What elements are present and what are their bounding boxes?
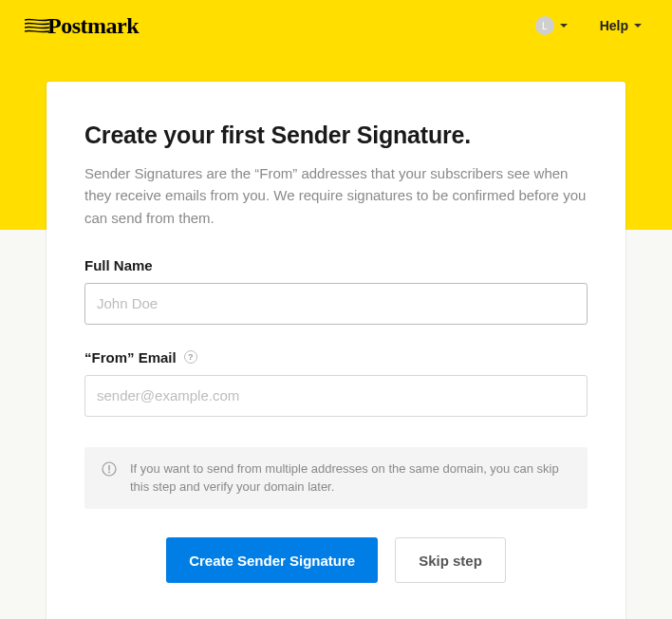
from-email-input[interactable] [84, 375, 588, 417]
full-name-input[interactable] [84, 283, 588, 325]
full-name-label-text: Full Name [84, 257, 153, 273]
from-email-label-text: “From” Email [84, 349, 177, 366]
page-title: Create your first Sender Signature. [84, 122, 588, 149]
avatar: L [535, 16, 554, 35]
header: Postmark L Help [0, 0, 672, 51]
create-sender-signature-button[interactable]: Create Sender Signature [166, 537, 378, 583]
help-menu[interactable]: Help [594, 14, 647, 37]
account-menu[interactable]: L [530, 12, 573, 39]
help-label: Help [600, 18, 628, 33]
skip-step-button[interactable]: Skip step [395, 537, 506, 583]
brand-logo[interactable]: Postmark [25, 13, 139, 39]
chevron-down-icon [634, 24, 642, 28]
brand-name: Postmark [47, 13, 139, 39]
svg-point-2 [108, 471, 110, 473]
onboarding-card: Create your first Sender Signature. Send… [47, 82, 625, 619]
info-text: If you want to send from multiple addres… [130, 460, 570, 497]
info-banner: If you want to send from multiple addres… [84, 447, 588, 510]
chevron-down-icon [560, 24, 568, 28]
postmark-lines-icon [25, 16, 49, 35]
info-icon [102, 461, 117, 477]
help-icon[interactable]: ? [184, 350, 197, 364]
page-description: Sender Signatures are the “From” address… [84, 162, 588, 229]
full-name-label: Full Name [84, 257, 588, 273]
avatar-initial: L [542, 21, 548, 31]
from-email-label: “From” Email ? [84, 349, 588, 366]
actions-row: Create Sender Signature Skip step [84, 537, 588, 583]
